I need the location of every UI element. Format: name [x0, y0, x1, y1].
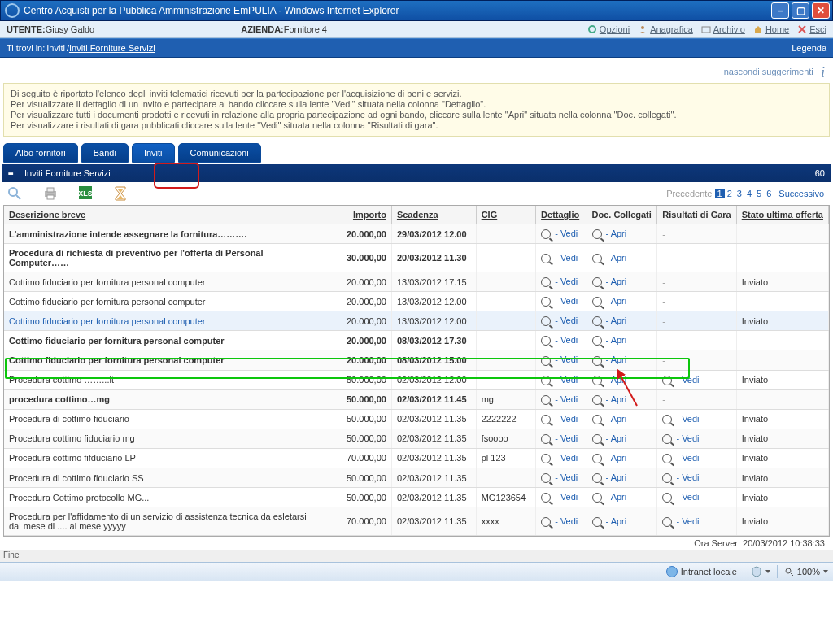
cell-risultati: - Vedi [657, 370, 736, 389]
vedi-risultati-link[interactable]: - Vedi [662, 516, 699, 526]
link-archivio[interactable]: Archivio [701, 24, 745, 34]
apri-link[interactable]: - Apri [592, 315, 627, 325]
apri-link[interactable]: - Apri [592, 394, 627, 404]
vedi-link[interactable]: - Vedi [541, 315, 578, 325]
cell-doc: - Apri [587, 429, 657, 448]
hide-tips-link[interactable]: nascondi suggerimenti [724, 67, 813, 76]
apri-link[interactable]: - Apri [592, 472, 627, 482]
tab-bandi[interactable]: Bandi [81, 143, 129, 163]
cell-cig [476, 272, 535, 292]
vedi-risultati-link[interactable]: - Vedi [662, 492, 699, 502]
vedi-link[interactable]: - Vedi [541, 296, 578, 306]
vedi-risultati-link[interactable]: - Vedi [662, 472, 699, 482]
cell-dettaglio: - Vedi [536, 448, 587, 468]
apri-link[interactable]: - Apri [592, 375, 627, 385]
status-protection[interactable] [751, 566, 770, 577]
col-cig[interactable]: CIG [476, 206, 535, 224]
vedi-risultati-link[interactable]: - Vedi [662, 414, 699, 424]
link-anagrafica[interactable]: Anagrafica [638, 24, 693, 34]
cell-risultati: - [657, 331, 736, 350]
status-zoom[interactable]: 100% [784, 567, 828, 577]
tab-inviti[interactable]: Inviti [132, 143, 175, 163]
cell-stato: Inviato [736, 448, 828, 468]
apri-link[interactable]: - Apri [592, 276, 627, 286]
tab-comunicazioni[interactable]: Comunicazioni [178, 143, 261, 163]
section-count: 60 [815, 168, 825, 178]
vedi-link[interactable]: - Vedi [541, 453, 578, 463]
magnifier-icon [541, 376, 551, 385]
pager-next[interactable]: Successivo [776, 189, 826, 198]
apri-link[interactable]: - Apri [592, 335, 627, 345]
cell-importo: 50.000,00 [321, 409, 392, 429]
vedi-link[interactable]: - Vedi [541, 433, 578, 443]
cell-descrizione: Cottimo fiduciario per fornitura persona… [4, 350, 321, 370]
vedi-link[interactable]: - Vedi [541, 492, 578, 502]
cell-scadenza: 02/03/2012 11.45 [391, 389, 476, 409]
pager-page-2[interactable]: 2 [725, 189, 735, 198]
minimize-button[interactable]: – [771, 2, 789, 19]
legenda-link[interactable]: Legenda [792, 43, 826, 53]
excel-icon[interactable]: XLS [78, 185, 94, 202]
cell-scadenza: 02/03/2012 11.35 [391, 409, 476, 429]
apri-link[interactable]: - Apri [592, 414, 627, 424]
apri-link[interactable]: - Apri [592, 516, 627, 526]
pager-prev: Precedente [666, 189, 712, 198]
cell-stato [736, 292, 828, 311]
utente-value: Giusy Galdo [46, 24, 95, 34]
apri-link[interactable]: - Apri [592, 453, 627, 463]
vedi-link[interactable]: - Vedi [541, 228, 578, 238]
apri-link[interactable]: - Apri [592, 355, 627, 364]
link-opzioni[interactable]: Opzioni [587, 24, 630, 34]
magnifier-icon [662, 454, 672, 463]
vedi-risultati-link[interactable]: - Vedi [662, 375, 699, 385]
vedi-risultati-link[interactable]: - Vedi [662, 453, 699, 463]
cell-importo: 50.000,00 [321, 389, 392, 409]
tab-albo-fornitori[interactable]: Albo fornitori [3, 143, 78, 163]
cell-doc: - Apri [587, 488, 657, 507]
vedi-link[interactable]: - Vedi [541, 355, 578, 364]
cell-cig [476, 370, 535, 389]
maximize-button[interactable]: ▢ [792, 2, 809, 19]
vedi-link[interactable]: - Vedi [541, 335, 578, 345]
hourglass-icon[interactable] [114, 185, 130, 202]
pager-page-3[interactable]: 3 [735, 189, 744, 198]
vedi-link[interactable]: - Vedi [541, 375, 578, 385]
link-esci[interactable]: Esci [797, 24, 826, 34]
vedi-link[interactable]: - Vedi [541, 414, 578, 424]
cell-risultati: - [657, 224, 736, 244]
pager-page-4[interactable]: 4 [744, 189, 754, 198]
search-icon[interactable] [7, 185, 23, 202]
col-dettaglio[interactable]: Dettaglio [536, 206, 587, 224]
vedi-link[interactable]: - Vedi [541, 276, 578, 286]
apri-link[interactable]: - Apri [592, 492, 627, 502]
cell-descrizione: Cottimo fiduciario per fornitura persona… [4, 311, 321, 331]
apri-link[interactable]: - Apri [592, 433, 627, 443]
cell-dettaglio: - Vedi [536, 292, 587, 311]
col-scadenza[interactable]: Scadenza [391, 206, 476, 224]
col-importo[interactable]: Importo [321, 206, 392, 224]
vedi-link[interactable]: - Vedi [541, 516, 578, 526]
apri-link[interactable]: - Apri [592, 253, 627, 263]
pager-page-6[interactable]: 6 [764, 189, 774, 198]
apri-link[interactable]: - Apri [592, 296, 627, 306]
pager-page-5[interactable]: 5 [754, 189, 764, 198]
print-icon[interactable] [42, 185, 59, 202]
table-row: Procedura di cottimo fiduciario SS50.000… [4, 468, 829, 488]
link-home[interactable]: Home [753, 24, 789, 34]
magnifier-icon [592, 395, 602, 405]
vedi-risultati-link[interactable]: - Vedi [662, 433, 699, 443]
col-stato[interactable]: Stato ultima offerta [736, 206, 828, 224]
close-button[interactable]: ✕ [812, 2, 830, 19]
apri-link[interactable]: - Apri [592, 228, 627, 238]
col-descrizione[interactable]: Descrizione breve [4, 206, 321, 224]
vedi-link[interactable]: - Vedi [541, 472, 578, 482]
cell-importo: 70.000,00 [321, 448, 392, 468]
cell-cig [476, 224, 535, 244]
cell-importo: 50.000,00 [321, 468, 392, 488]
vedi-link[interactable]: - Vedi [541, 253, 578, 263]
breadcrumb-leaf[interactable]: Inviti Forniture Servizi [69, 43, 155, 53]
cell-risultati: - [657, 350, 736, 370]
vedi-link[interactable]: - Vedi [541, 394, 578, 404]
magnifier-icon [662, 415, 672, 424]
pager-page-1[interactable]: 1 [715, 189, 725, 198]
